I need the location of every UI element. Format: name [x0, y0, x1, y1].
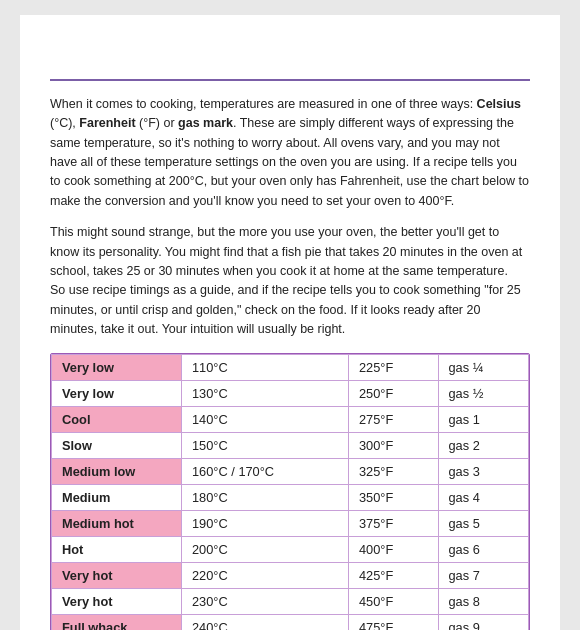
- table-row: Medium low160°C / 170°C325°Fgas 3: [52, 459, 529, 485]
- table-row: Full whack240°C475°Fgas 9: [52, 615, 529, 630]
- table-row: Cool140°C275°Fgas 1: [52, 407, 529, 433]
- cell-label: Very low: [52, 355, 182, 381]
- table-row: Medium180°C350°Fgas 4: [52, 485, 529, 511]
- cell-gas: gas 2: [438, 433, 529, 459]
- cell-gas: gas 7: [438, 563, 529, 589]
- cell-label: Cool: [52, 407, 182, 433]
- cell-celsius: 110°C: [182, 355, 349, 381]
- page-title: [50, 43, 530, 73]
- cell-label: Slow: [52, 433, 182, 459]
- cell-label: Medium hot: [52, 511, 182, 537]
- conversion-table-wrapper: Very low110°C225°Fgas ¼Very low130°C250°…: [50, 353, 530, 630]
- cell-celsius: 150°C: [182, 433, 349, 459]
- cell-fahrenheit: 250°F: [348, 381, 438, 407]
- cell-fahrenheit: 475°F: [348, 615, 438, 630]
- cell-gas: gas 3: [438, 459, 529, 485]
- cell-label: Hot: [52, 537, 182, 563]
- cell-fahrenheit: 275°F: [348, 407, 438, 433]
- cell-celsius: 200°C: [182, 537, 349, 563]
- cell-celsius: 160°C / 170°C: [182, 459, 349, 485]
- cell-label: Medium low: [52, 459, 182, 485]
- cell-fahrenheit: 350°F: [348, 485, 438, 511]
- table-row: Very low130°C250°Fgas ½: [52, 381, 529, 407]
- cell-gas: gas 9: [438, 615, 529, 630]
- cell-gas: gas ½: [438, 381, 529, 407]
- cell-gas: gas 6: [438, 537, 529, 563]
- title-divider: [50, 79, 530, 81]
- cell-celsius: 220°C: [182, 563, 349, 589]
- table-row: Slow150°C300°Fgas 2: [52, 433, 529, 459]
- cell-celsius: 180°C: [182, 485, 349, 511]
- page: When it comes to cooking, temperatures a…: [20, 15, 560, 630]
- table-row: Very hot220°C425°Fgas 7: [52, 563, 529, 589]
- cell-celsius: 130°C: [182, 381, 349, 407]
- cell-fahrenheit: 450°F: [348, 589, 438, 615]
- cell-fahrenheit: 325°F: [348, 459, 438, 485]
- cell-celsius: 190°C: [182, 511, 349, 537]
- cell-gas: gas 5: [438, 511, 529, 537]
- intro-paragraph-2: This might sound strange, but the more y…: [50, 223, 530, 339]
- cell-gas: gas 8: [438, 589, 529, 615]
- conversion-table: Very low110°C225°Fgas ¼Very low130°C250°…: [51, 354, 529, 630]
- cell-label: Full whack: [52, 615, 182, 630]
- intro-paragraph-1: When it comes to cooking, temperatures a…: [50, 95, 530, 211]
- cell-label: Very hot: [52, 563, 182, 589]
- table-row: Very hot230°C450°Fgas 8: [52, 589, 529, 615]
- cell-label: Very low: [52, 381, 182, 407]
- cell-celsius: 240°C: [182, 615, 349, 630]
- table-row: Hot200°C400°Fgas 6: [52, 537, 529, 563]
- cell-gas: gas 4: [438, 485, 529, 511]
- cell-celsius: 140°C: [182, 407, 349, 433]
- cell-fahrenheit: 400°F: [348, 537, 438, 563]
- cell-gas: gas ¼: [438, 355, 529, 381]
- cell-fahrenheit: 300°F: [348, 433, 438, 459]
- cell-celsius: 230°C: [182, 589, 349, 615]
- cell-label: Very hot: [52, 589, 182, 615]
- cell-gas: gas 1: [438, 407, 529, 433]
- cell-fahrenheit: 425°F: [348, 563, 438, 589]
- table-row: Very low110°C225°Fgas ¼: [52, 355, 529, 381]
- cell-fahrenheit: 225°F: [348, 355, 438, 381]
- table-row: Medium hot190°C375°Fgas 5: [52, 511, 529, 537]
- cell-label: Medium: [52, 485, 182, 511]
- cell-fahrenheit: 375°F: [348, 511, 438, 537]
